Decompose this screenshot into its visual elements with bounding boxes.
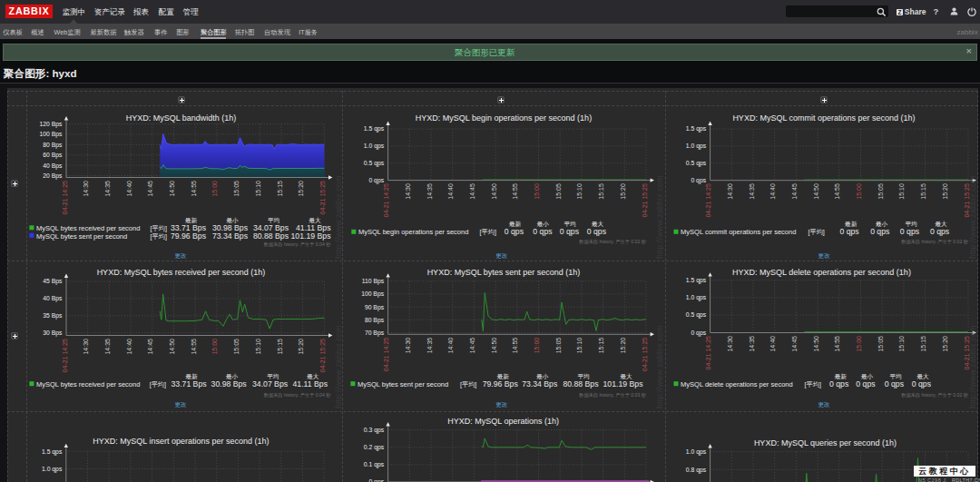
svg-text:HYXD: MySQL bandwidth (1h): HYXD: MySQL bandwidth (1h): [126, 113, 237, 123]
svg-text:14:55: 14:55: [512, 338, 518, 354]
svg-text:100 Bps: 100 Bps: [40, 131, 64, 138]
svg-text:数据来自 history. 产生于 0.02 秒: 数据来自 history. 产生于 0.02 秒: [579, 239, 647, 245]
svg-text:14:30: 14:30: [405, 338, 411, 354]
svg-text:04-21 14:25: 04-21 14:25: [383, 338, 389, 371]
svg-text:[平均]: [平均]: [805, 380, 821, 389]
svg-text:HYXD: MySQL bytes sent per sec: HYXD: MySQL bytes sent per second (1h): [427, 268, 581, 277]
svg-text:15:15: 15:15: [277, 181, 283, 197]
svg-text:[平均]: [平均]: [480, 228, 496, 236]
svg-text:15:20: 15:20: [942, 183, 948, 200]
svg-text:14:30: 14:30: [83, 339, 89, 355]
svg-text:更改: 更改: [818, 252, 831, 260]
svg-text:15:10: 15:10: [576, 183, 583, 200]
svg-text:15:00: 15:00: [856, 183, 862, 200]
svg-text:80 Bps: 80 Bps: [43, 142, 63, 149]
svg-text:15:20: 15:20: [298, 339, 304, 355]
svg-text:最小: 最小: [536, 373, 549, 379]
svg-text:15:00: 15:00: [534, 183, 540, 200]
svg-text:70 Bps: 70 Bps: [365, 330, 385, 337]
svg-text:14:30: 14:30: [727, 336, 733, 352]
svg-text:14:55: 14:55: [834, 183, 840, 200]
svg-text:0 qps: 0 qps: [691, 330, 706, 337]
svg-text:最新: 最新: [835, 373, 848, 379]
svg-text:110 Bps: 110 Bps: [362, 278, 385, 285]
svg-text:[平均]: [平均]: [808, 228, 825, 236]
svg-text:0 qps: 0 qps: [560, 227, 580, 236]
svg-text:14:45: 14:45: [791, 183, 798, 200]
svg-text:1.5 qps: 1.5 qps: [686, 277, 707, 284]
svg-text:最新: 最新: [497, 373, 510, 379]
svg-text:1.0 qps: 1.0 qps: [686, 448, 707, 456]
svg-text:[平均]: [平均]: [151, 232, 167, 241]
svg-text:14:55: 14:55: [191, 339, 197, 355]
svg-text:最新: 最新: [185, 373, 198, 379]
svg-text:15:05: 15:05: [555, 183, 562, 200]
svg-text:120 Bps: 120 Bps: [40, 121, 64, 128]
svg-text:41.11 Bps: 41.11 Bps: [293, 379, 328, 389]
svg-text:14:35: 14:35: [104, 339, 111, 355]
svg-text:更改: 更改: [174, 252, 187, 260]
svg-text:14:50: 14:50: [169, 181, 175, 197]
svg-text:30.98 Bps: 30.98 Bps: [211, 379, 248, 389]
svg-text:34.07 Bps: 34.07 Bps: [252, 379, 289, 389]
svg-text:14:55: 14:55: [191, 181, 197, 197]
svg-text:HYXD: MySQL operations (1h): HYXD: MySQL operations (1h): [447, 417, 559, 426]
svg-text:15:00: 15:00: [534, 338, 540, 354]
svg-text:14:50: 14:50: [491, 338, 497, 354]
svg-text:04-21 15:25: 04-21 15:25: [319, 181, 326, 214]
svg-text:15:15: 15:15: [920, 336, 926, 352]
svg-text:15:10: 15:10: [576, 338, 583, 354]
svg-text:0 qps: 0 qps: [368, 177, 384, 184]
svg-text:HYXD: MySQL insert operations: HYXD: MySQL insert operations per second…: [93, 437, 269, 446]
svg-text:15:10: 15:10: [898, 183, 905, 200]
svg-text:14:45: 14:45: [469, 338, 475, 354]
svg-text:04-21 15:25: 04-21 15:25: [642, 183, 648, 217]
svg-text:数据来自 history. 产生于 0.04 秒: 数据来自 history. 产生于 0.04 秒: [264, 392, 332, 398]
svg-text:数据来自 history. 产生于 0.02 秒: 数据来自 history. 产生于 0.02 秒: [901, 392, 969, 398]
svg-text:最小: 最小: [226, 373, 239, 379]
svg-text:14:35: 14:35: [426, 183, 433, 200]
svg-text:33.71 Bps: 33.71 Bps: [171, 379, 207, 389]
svg-text:MySQL delete operations per se: MySQL delete operations per second: [681, 380, 793, 389]
svg-text:15:05: 15:05: [233, 339, 240, 355]
svg-text:15:00: 15:00: [856, 336, 862, 352]
svg-text:http://www.zabbix.com: http://www.zabbix.com: [655, 325, 664, 408]
svg-text:MySQL commit operations per se: MySQL commit operations per second: [681, 228, 796, 236]
svg-text:14:40: 14:40: [769, 183, 776, 200]
svg-text:101.19 Bps: 101.19 Bps: [291, 231, 332, 241]
svg-text:HYXD: MySQL commit operations: HYXD: MySQL commit operations per second…: [732, 113, 915, 123]
svg-text:HYXD: MySQL delete operations: HYXD: MySQL delete operations per second…: [732, 268, 911, 277]
svg-text:0 qps: 0 qps: [856, 379, 876, 389]
svg-text:更改: 更改: [495, 252, 508, 260]
svg-text:14:40: 14:40: [769, 336, 776, 352]
svg-text:60 Bps: 60 Bps: [43, 152, 63, 159]
svg-text:0 qps: 0 qps: [533, 227, 553, 236]
svg-text:数据来自 history. 产生于 0.04 秒: 数据来自 history. 产生于 0.04 秒: [264, 241, 332, 248]
svg-text:更改: 更改: [818, 401, 830, 408]
svg-text:最小: 最小: [227, 217, 240, 223]
svg-text:45 Bps: 45 Bps: [43, 278, 63, 285]
svg-text:0.3 qps: 0.3 qps: [364, 427, 385, 434]
svg-text:1.0 qps: 1.0 qps: [42, 466, 63, 473]
svg-text:14:40: 14:40: [126, 181, 132, 197]
svg-text:更改: 更改: [174, 401, 187, 408]
svg-text:14:45: 14:45: [147, 339, 153, 355]
svg-text:14:40: 14:40: [126, 339, 132, 355]
svg-text:35 Bps: 35 Bps: [43, 312, 63, 320]
svg-text:14:30: 14:30: [727, 183, 733, 200]
svg-text:http://www.zabbix.com: http://www.zabbix.com: [968, 325, 977, 408]
svg-text:80.88 Bps: 80.88 Bps: [563, 379, 599, 389]
svg-text:0.2 qps: 0.2 qps: [364, 444, 385, 451]
svg-text:14:50: 14:50: [491, 183, 497, 200]
svg-text:15:20: 15:20: [942, 336, 948, 352]
svg-text:1.5 qps: 1.5 qps: [42, 448, 63, 456]
svg-text:1.0 qps: 1.0 qps: [364, 143, 385, 150]
svg-text:40 Bps: 40 Bps: [43, 295, 63, 302]
svg-text:15:05: 15:05: [877, 183, 884, 200]
svg-text:04-21 14:25: 04-21 14:25: [62, 181, 68, 214]
svg-text:04-21 14:25: 04-21 14:25: [705, 336, 711, 369]
svg-text:14:35: 14:35: [426, 338, 433, 354]
svg-text:最大: 最大: [620, 373, 632, 379]
svg-text:14:55: 14:55: [512, 183, 518, 200]
svg-text:0 qps: 0 qps: [587, 227, 607, 236]
